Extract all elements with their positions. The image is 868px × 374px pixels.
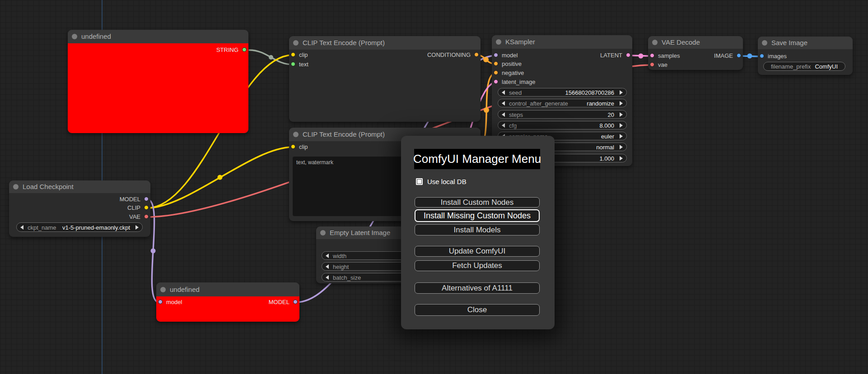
wire-dot [151, 249, 156, 254]
use-local-db-label: Use local DB [427, 178, 467, 185]
right-arrow-icon[interactable] [620, 156, 623, 161]
node-undefined-string[interactable]: undefined STRING [68, 30, 248, 133]
input-label: model [502, 51, 518, 60]
node-title-bar[interactable]: KSampler [492, 35, 632, 49]
left-arrow-icon[interactable] [20, 225, 23, 230]
left-arrow-icon[interactable] [502, 90, 505, 95]
string-output-port[interactable] [242, 47, 247, 52]
input-label: latent_image [502, 78, 535, 86]
node-title: CLIP Text Encode (Prompt) [303, 39, 385, 46]
node-title-bar[interactable]: CLIP Text Encode (Prompt) [289, 36, 481, 50]
node-title-bar[interactable]: undefined [156, 282, 299, 296]
filename-prefix-widget[interactable]: filename_prefix ComfyUI [763, 62, 845, 71]
collapse-dot-icon[interactable] [293, 40, 299, 46]
right-arrow-icon[interactable] [620, 90, 623, 95]
node-title-bar[interactable]: undefined [68, 30, 248, 43]
model-input-port[interactable] [158, 300, 163, 304]
text-input-port[interactable] [291, 62, 295, 66]
right-arrow-icon[interactable] [620, 145, 623, 149]
images-input-port[interactable] [760, 54, 764, 58]
input-label: images [768, 52, 787, 60]
vae-input-port[interactable] [650, 62, 654, 67]
widget-label: filename_prefix [771, 62, 811, 71]
collapse-dot-icon[interactable] [293, 132, 299, 137]
left-arrow-icon[interactable] [502, 123, 505, 128]
collapse-dot-icon[interactable] [496, 39, 501, 45]
install-models-button[interactable]: Install Models [415, 224, 540, 235]
fetch-updates-button[interactable]: Fetch Updates [415, 260, 540, 271]
input-label: clip [299, 51, 308, 59]
right-arrow-icon[interactable] [620, 134, 623, 139]
node-error-body: model MODEL [156, 296, 299, 322]
collapse-dot-icon[interactable] [762, 40, 767, 46]
node-title: undefined [170, 286, 200, 293]
left-arrow-icon[interactable] [502, 101, 505, 106]
steps-widget[interactable]: steps 20 [498, 110, 627, 119]
right-arrow-icon[interactable] [620, 112, 623, 117]
node-undefined-model[interactable]: undefined model MODEL [156, 282, 299, 322]
clip-input-port[interactable] [291, 144, 295, 149]
right-arrow-icon[interactable] [620, 101, 623, 106]
collapse-dot-icon[interactable] [652, 40, 658, 45]
positive-input-port[interactable] [494, 61, 498, 66]
widget-label: batch_size [333, 273, 361, 282]
install-missing-custom-nodes-button[interactable]: Install Missing Custom Nodes [415, 209, 540, 222]
output-label: CLIP [127, 204, 140, 212]
collapse-dot-icon[interactable] [72, 34, 77, 39]
node-load-checkpoint[interactable]: Load Checkpoint MODEL CLIP VAE ckpt_name… [9, 180, 150, 237]
widget-value: normal [596, 143, 614, 152]
input-label: text [299, 60, 308, 69]
node-title-bar[interactable]: VAE Decode [648, 36, 743, 49]
model-output-port[interactable] [144, 197, 149, 201]
cfg-widget[interactable]: cfg 8.000 [498, 121, 627, 129]
update-comfyui-button[interactable]: Update ComfyUI [415, 246, 540, 257]
vae-output-port[interactable] [144, 214, 149, 219]
widget-value: v1-5-pruned-emaonly.ckpt [62, 223, 130, 232]
install-custom-nodes-button[interactable]: Install Custom Nodes [415, 197, 540, 208]
widget-label: control_after_generate [509, 99, 568, 108]
collapse-dot-icon[interactable] [13, 184, 19, 189]
model-input-port[interactable] [494, 53, 498, 57]
clip-input-port[interactable] [291, 52, 295, 57]
node-title: Save Image [771, 39, 807, 46]
samples-input-port[interactable] [650, 53, 654, 58]
dialog-title: ComfyUI Manager Menu [414, 149, 540, 169]
left-arrow-icon[interactable] [326, 275, 329, 280]
node-title-bar[interactable]: Load Checkpoint [9, 180, 150, 193]
node-body: samples IMAGE vae [648, 49, 743, 70]
left-arrow-icon[interactable] [502, 112, 505, 117]
latent-output-port[interactable] [626, 53, 630, 57]
output-label: LATENT [600, 51, 622, 60]
use-local-db-checkbox[interactable] [416, 178, 423, 185]
right-arrow-icon[interactable] [135, 225, 139, 230]
model-output-port[interactable] [293, 300, 298, 304]
control-after-generate-widget[interactable]: control_after_generate randomize [498, 99, 627, 107]
widget-value: ComfyUI [815, 62, 838, 71]
node-body: images filename_prefix ComfyUI [758, 49, 853, 75]
use-local-db-row[interactable]: Use local DB [416, 177, 467, 185]
node-graph-canvas[interactable]: undefined STRING CLIP Text Encode (Promp… [0, 0, 868, 374]
left-arrow-icon[interactable] [326, 264, 329, 269]
node-clip-text-encode-1[interactable]: CLIP Text Encode (Prompt) clip CONDITION… [289, 36, 481, 122]
image-output-port[interactable] [737, 53, 741, 58]
left-arrow-icon[interactable] [326, 254, 329, 258]
collapse-dot-icon[interactable] [320, 230, 326, 235]
widget-value: euler [601, 132, 614, 141]
collapse-dot-icon[interactable] [160, 287, 166, 292]
node-vae-decode[interactable]: VAE Decode samples IMAGE vae [648, 36, 743, 70]
node-title-bar[interactable]: Save Image [758, 37, 853, 49]
wire-dot [218, 175, 223, 180]
close-button[interactable]: Close [415, 304, 540, 316]
seed-widget[interactable]: seed 156680208700286 [498, 88, 627, 97]
latent-image-input-port[interactable] [494, 79, 498, 84]
negative-input-port[interactable] [494, 70, 498, 75]
ckpt-name-widget[interactable]: ckpt_name v1-5-pruned-emaonly.ckpt [16, 222, 143, 232]
output-label: CONDITIONING [427, 51, 471, 59]
alternatives-of-a1111-button[interactable]: Alternatives of A1111 [415, 282, 540, 294]
clip-output-port[interactable] [144, 205, 149, 210]
conditioning-output-port[interactable] [474, 52, 479, 57]
right-arrow-icon[interactable] [620, 123, 623, 128]
node-save-image[interactable]: Save Image images filename_prefix ComfyU… [758, 37, 853, 75]
input-label: vae [658, 61, 667, 69]
wire-clip-to-clip2 [147, 147, 293, 208]
